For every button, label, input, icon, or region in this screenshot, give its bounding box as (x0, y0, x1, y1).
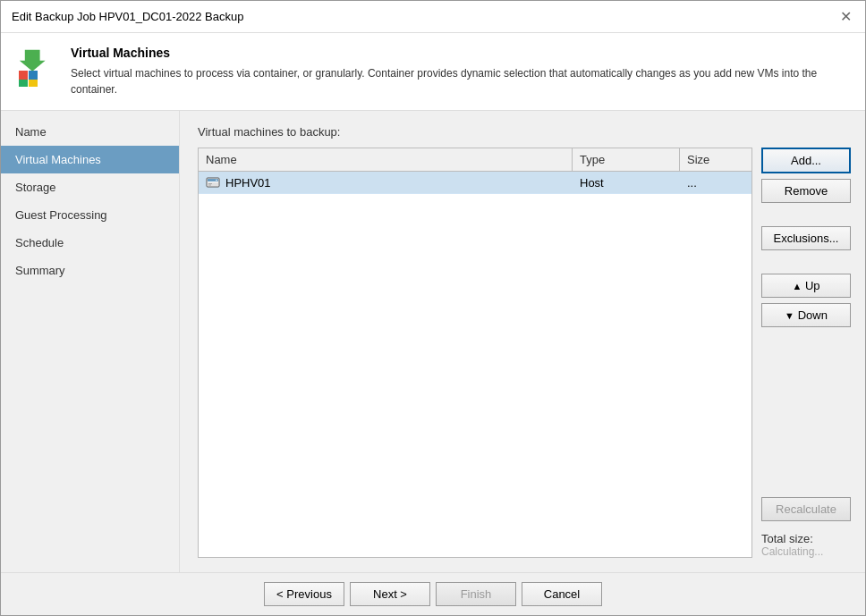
previous-button[interactable]: < Previous (264, 582, 344, 606)
next-button[interactable]: Next > (350, 582, 430, 606)
remove-button[interactable]: Remove (761, 179, 851, 203)
sidebar-item-virtual-machines[interactable]: Virtual Machines (1, 146, 179, 173)
close-button[interactable]: ✕ (836, 8, 854, 26)
svg-rect-1 (19, 71, 28, 80)
header-text: Virtual Machines Select virtual machines… (71, 46, 851, 97)
sidebar-item-storage[interactable]: Storage (1, 173, 179, 201)
svg-rect-2 (29, 71, 38, 80)
col-header-type: Type (573, 148, 680, 171)
content-area: Name Virtual Machines Storage Guest Proc… (1, 111, 865, 572)
footer: < Previous Next > Finish Cancel (1, 572, 865, 615)
dialog-title: Edit Backup Job HPV01_DC01-2022 Backup (12, 10, 243, 23)
up-arrow-icon: ▲ (792, 281, 802, 291)
vm-area: Name Type Size (198, 148, 851, 558)
total-size-label: Total size: (761, 532, 851, 545)
up-button[interactable]: ▲ Up (761, 274, 851, 298)
total-size-value: Calculating... (761, 545, 851, 558)
vm-table-header: Name Type Size (199, 148, 751, 172)
vm-type-cell: Host (573, 172, 680, 193)
sidebar: Name Virtual Machines Storage Guest Proc… (1, 111, 180, 572)
header-description: Select virtual machines to process via c… (71, 65, 851, 97)
header-icon (15, 46, 58, 89)
add-button[interactable]: Add... (761, 148, 851, 173)
vm-table-body: HPHV01 Host ... (199, 172, 751, 557)
panel-title: Virtual machines to backup: (198, 125, 851, 139)
cancel-button[interactable]: Cancel (522, 582, 602, 606)
sidebar-item-summary[interactable]: Summary (1, 257, 179, 284)
vm-name-cell: HPHV01 (199, 172, 573, 193)
header-section: Virtual Machines Select virtual machines… (1, 33, 865, 111)
sidebar-item-guest-processing[interactable]: Guest Processing (1, 201, 179, 229)
side-buttons-panel: Add... Remove Exclusions... ▲ Up ▼ Down … (761, 148, 851, 558)
sidebar-item-schedule[interactable]: Schedule (1, 229, 179, 257)
col-header-size: Size (680, 148, 751, 171)
recalculate-button[interactable]: Recalculate (761, 497, 851, 521)
table-row[interactable]: HPHV01 Host ... (199, 172, 751, 194)
edit-backup-job-dialog: Edit Backup Job HPV01_DC01-2022 Backup ✕… (0, 0, 866, 616)
header-title: Virtual Machines (71, 46, 851, 60)
svg-rect-4 (29, 80, 38, 87)
svg-marker-0 (20, 50, 46, 72)
finish-button[interactable]: Finish (436, 582, 516, 606)
down-button[interactable]: ▼ Down (761, 303, 851, 327)
svg-rect-3 (19, 80, 28, 87)
main-panel: Virtual machines to backup: Name Type Si… (180, 111, 865, 572)
col-header-name: Name (199, 148, 573, 171)
svg-point-8 (216, 180, 217, 181)
exclusions-button[interactable]: Exclusions... (761, 226, 851, 250)
sidebar-item-name[interactable]: Name (1, 118, 179, 146)
svg-rect-9 (208, 183, 212, 184)
title-bar: Edit Backup Job HPV01_DC01-2022 Backup ✕ (1, 1, 865, 33)
vm-size-cell: ... (680, 172, 751, 193)
total-size-area: Total size: Calculating... (761, 532, 851, 558)
down-arrow-icon: ▼ (785, 310, 794, 321)
vm-table-container: Name Type Size (198, 148, 752, 558)
host-icon (206, 175, 220, 190)
svg-rect-10 (208, 185, 211, 186)
